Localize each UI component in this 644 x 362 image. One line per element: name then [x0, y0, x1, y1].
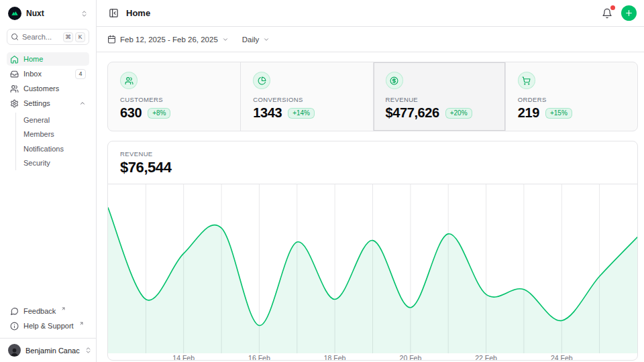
sidebar-collapse-button[interactable] [107, 7, 120, 19]
shopping-cart-icon [518, 72, 535, 89]
sidebar-nav: Home Inbox 4 Customers Settings [0, 52, 96, 170]
stat-conversions[interactable]: CONVERSIONS 1343 +14% [240, 62, 372, 131]
granularity-select[interactable]: Daily [242, 36, 270, 44]
x-axis-tick: 14 Feb [172, 354, 195, 361]
search-icon [11, 33, 19, 41]
stat-orders[interactable]: ORDERS 219 +15% [505, 62, 637, 131]
stat-value: 219 [518, 105, 539, 121]
stat-value: 630 [120, 105, 142, 121]
page-header: Home [97, 0, 644, 27]
chevrons-up-down-icon [85, 347, 92, 354]
stat-revenue[interactable]: REVENUE $477,626 +20% [373, 62, 505, 131]
external-link-icon [61, 306, 66, 311]
home-icon [10, 55, 19, 64]
settings-submenu: General Members Notifications Security [15, 113, 89, 170]
sidebar-spacer [0, 170, 96, 304]
chart-metric-value: $76,544 [120, 159, 625, 176]
filters-toolbar: Feb 12, 2025 - Feb 26, 2025 Daily [97, 27, 644, 52]
calendar-icon [107, 35, 116, 44]
info-circle-icon [10, 322, 19, 330]
page-title: Home [126, 8, 150, 18]
x-axis-tick: 16 Feb [248, 354, 270, 361]
sidebar: Nuxt Search... ⌘ K Home [0, 0, 97, 362]
nav-label: Help & Support [23, 322, 74, 330]
stat-label: CUSTOMERS [120, 96, 228, 103]
stat-label: ORDERS [518, 96, 625, 103]
x-axis-tick: 22 Feb [475, 354, 497, 361]
chevron-down-icon [263, 36, 270, 43]
workspace-switcher[interactable]: Nuxt [0, 0, 96, 24]
notifications-button[interactable] [600, 7, 614, 20]
nav-label: Feedback [23, 307, 56, 315]
chart-plot-area[interactable]: 14 Feb16 Feb18 Feb20 Feb22 Feb24 Feb [108, 184, 637, 361]
revenue-chart-card: REVENUE $76,544 14 Feb16 Feb18 Feb20 Feb… [107, 141, 638, 361]
sidebar-footer-links: Feedback Help & Support [0, 304, 96, 338]
help-support-link[interactable]: Help & Support [7, 319, 89, 333]
date-range-picker[interactable]: Feb 12, 2025 - Feb 26, 2025 [107, 35, 229, 44]
kbd-meta: ⌘ [63, 32, 73, 42]
stats-grid: CUSTOMERS 630 +8% CONVERSIONS 1343 +14% [107, 62, 638, 131]
user-name: Benjamin Canac [25, 347, 80, 355]
chart-pie-icon [253, 72, 270, 89]
chart-header: REVENUE $76,544 [108, 141, 637, 184]
delta-badge: +20% [445, 108, 472, 119]
x-axis-tick: 18 Feb [324, 354, 346, 361]
dashboard-content: CUSTOMERS 630 +8% CONVERSIONS 1343 +14% [97, 52, 644, 362]
x-axis-tick: 20 Feb [400, 354, 422, 361]
kbd-k: K [75, 32, 85, 42]
stat-value: 1343 [253, 105, 282, 121]
panel-left-close-icon [109, 8, 119, 18]
delta-badge: +8% [148, 108, 170, 119]
app-window: Nuxt Search... ⌘ K Home [0, 0, 644, 362]
stat-value: $477,626 [386, 105, 439, 121]
delta-badge: +14% [288, 108, 315, 119]
plus-icon [625, 9, 633, 17]
stat-customers[interactable]: CUSTOMERS 630 +8% [108, 62, 240, 131]
x-axis-tick: 24 Feb [551, 354, 573, 361]
inbox-icon [10, 70, 19, 78]
new-item-button[interactable] [621, 5, 637, 21]
nuxt-logo-icon [8, 7, 21, 20]
sidebar-item-general[interactable]: General [23, 113, 89, 127]
nav-label: Inbox [23, 70, 42, 78]
nav-label: Settings [23, 99, 50, 107]
chart-metric-label: REVENUE [120, 150, 625, 158]
sidebar-item-notifications[interactable]: Notifications [23, 141, 89, 156]
sidebar-item-security[interactable]: Security [23, 156, 89, 171]
search-shortcut: ⌘ K [63, 32, 85, 42]
sidebar-item-members[interactable]: Members [23, 127, 89, 142]
sidebar-item-customers[interactable]: Customers [7, 82, 89, 95]
workspace-name: Nuxt [26, 9, 44, 18]
users-icon [120, 72, 138, 89]
users-icon [10, 84, 19, 93]
delta-badge: +15% [545, 108, 572, 119]
date-range-label: Feb 12, 2025 - Feb 26, 2025 [120, 36, 218, 44]
gear-icon [10, 99, 19, 108]
nav-label: Home [23, 55, 43, 63]
nav-label: Customers [23, 84, 59, 93]
sidebar-item-inbox[interactable]: Inbox 4 [7, 67, 89, 80]
chevrons-up-down-icon [80, 10, 88, 17]
notification-dot [610, 5, 615, 10]
chevron-down-icon [222, 36, 229, 43]
external-link-icon [79, 321, 84, 326]
circle-dollar-icon [386, 72, 403, 89]
feedback-link[interactable]: Feedback [7, 304, 89, 318]
main-area: Home Feb 12, 2 [97, 0, 644, 362]
search-input[interactable]: Search... ⌘ K [7, 29, 89, 45]
user-menu[interactable]: Benjamin Canac [0, 338, 96, 362]
stat-label: REVENUE [386, 96, 493, 103]
chevron-up-icon [79, 100, 86, 107]
inbox-count-badge: 4 [75, 69, 86, 79]
revenue-chart-svg: 14 Feb16 Feb18 Feb20 Feb22 Feb24 Feb [108, 184, 637, 361]
sidebar-item-settings[interactable]: Settings [7, 97, 89, 110]
avatar [8, 344, 21, 357]
search-placeholder: Search... [22, 33, 52, 41]
sidebar-item-home[interactable]: Home [7, 52, 89, 66]
granularity-label: Daily [242, 36, 260, 44]
stat-label: CONVERSIONS [253, 96, 360, 103]
message-circle-icon [10, 307, 19, 316]
